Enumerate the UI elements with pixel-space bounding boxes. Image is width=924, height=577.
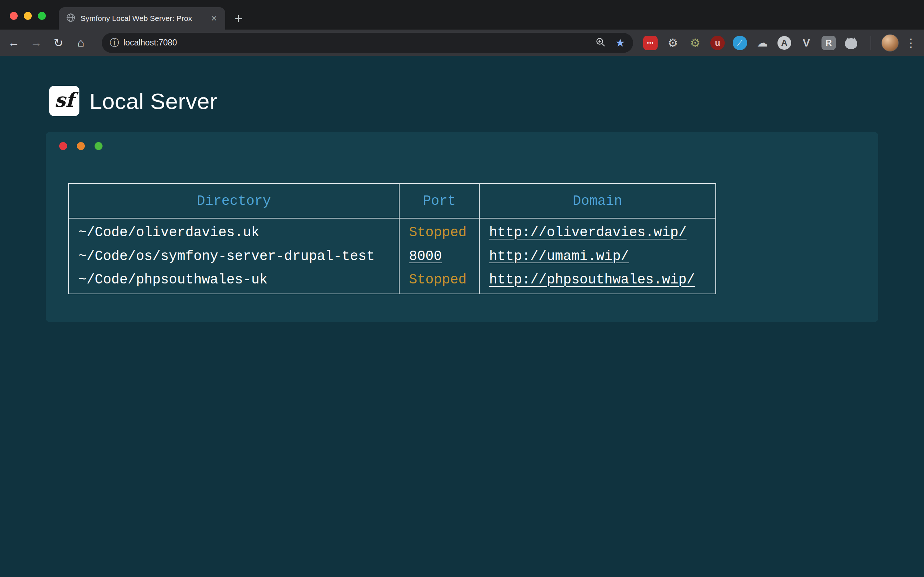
gear-olive-extension-icon[interactable]: ⚙: [688, 36, 703, 50]
window-close-button[interactable]: [10, 12, 18, 20]
domain-link[interactable]: http://oliverdavies.wip/: [489, 225, 687, 240]
ext-glyph: •••: [647, 40, 654, 46]
url-text: localhost:7080: [123, 38, 177, 48]
card-traffic-dots: [59, 142, 102, 150]
home-button[interactable]: ⌂: [72, 34, 89, 52]
red-dots-extension-icon[interactable]: •••: [643, 36, 657, 50]
col-header-directory: Directory: [69, 184, 399, 218]
zoom-magnifier-icon[interactable]: [595, 37, 606, 49]
server-card: Directory Port Domain ~/Code/oliverdavie…: [46, 132, 878, 322]
ext-glyph: A: [781, 38, 787, 48]
forward-button[interactable]: →: [27, 34, 45, 52]
browser-toolbar: ← → ↻ ⌂ ⓘ localhost:7080 ★ ••• ⚙ ⚙ u ⟋: [0, 29, 924, 56]
browser-tab[interactable]: Symfony Local Web Server: Prox ×: [59, 7, 225, 29]
a-circle-extension-icon[interactable]: A: [777, 36, 791, 50]
domain-link[interactable]: http://umami.wip/: [489, 248, 629, 264]
browser-window: Symfony Local Web Server: Prox × + ← → ↻…: [0, 0, 924, 577]
ext-glyph: ⚙: [668, 36, 678, 50]
domain-link[interactable]: http://phpsouthwales.wip/: [489, 272, 695, 287]
port-cell: Stopped: [399, 218, 479, 243]
domain-cell: http://umami.wip/: [479, 243, 716, 269]
window-controls: [10, 12, 46, 20]
table-row: ~/Code/os/symfony-server-drupal-test 800…: [69, 243, 716, 269]
domain-cell: http://phpsouthwales.wip/: [479, 269, 716, 294]
extensions-area: ••• ⚙ ⚙ u ⟋ ☁ A V R: [643, 36, 858, 50]
ublock-extension-icon[interactable]: u: [710, 36, 725, 50]
tab-title: Symfony Local Web Server: Prox: [81, 14, 204, 23]
blue-circle-extension-icon[interactable]: ⟋: [733, 36, 747, 50]
window-minimize-button[interactable]: [24, 12, 32, 20]
port-cell: Stopped: [399, 269, 479, 294]
site-info-icon[interactable]: ⓘ: [110, 36, 119, 49]
octocat-icon: [845, 38, 857, 49]
ext-glyph: ⚙: [690, 36, 701, 50]
window-maximize-button[interactable]: [38, 12, 46, 20]
profile-avatar[interactable]: [881, 34, 899, 52]
card-red-dot: [59, 142, 67, 150]
ext-glyph: ⟋: [737, 38, 743, 48]
directory-cell: ~/Code/oliverdavies.uk: [69, 218, 399, 243]
ext-glyph: u: [715, 38, 720, 48]
table-row: ~/Code/oliverdavies.uk Stopped http://ol…: [69, 218, 716, 243]
address-bar[interactable]: ⓘ localhost:7080 ★: [102, 33, 633, 53]
tab-close-icon[interactable]: ×: [208, 13, 220, 24]
brand-header: sf Local Server: [49, 86, 217, 116]
page-content: sf Local Server Directory Port Domain: [0, 56, 924, 577]
header-row: Directory Port Domain: [69, 184, 716, 218]
browser-menu-icon[interactable]: ⋮: [904, 36, 918, 50]
directory-cell: ~/Code/phpsouthwales-uk: [69, 269, 399, 294]
gear-extension-icon[interactable]: ⚙: [666, 36, 680, 50]
col-header-port: Port: [399, 184, 479, 218]
card-orange-dot: [77, 142, 85, 150]
proxy-table-wrap: Directory Port Domain ~/Code/oliverdavie…: [68, 183, 716, 294]
port-status-stopped: Stopped: [409, 225, 467, 240]
proxy-table: Directory Port Domain ~/Code/oliverdavie…: [68, 183, 716, 294]
table-row: ~/Code/phpsouthwales-uk Stopped http://p…: [69, 269, 716, 294]
toolbar-separator: [871, 36, 871, 50]
r-square-extension-icon[interactable]: R: [822, 36, 836, 50]
symfony-logo: sf: [49, 86, 79, 116]
cloud-extension-icon[interactable]: ☁: [755, 36, 769, 50]
new-tab-button[interactable]: +: [230, 10, 247, 27]
page-title: Local Server: [89, 89, 217, 114]
directory-cell: ~/Code/os/symfony-server-drupal-test: [69, 243, 399, 269]
github-octocat-extension-icon[interactable]: [844, 36, 858, 50]
ext-glyph: ☁: [757, 36, 768, 49]
domain-cell: http://oliverdavies.wip/: [479, 218, 716, 243]
ext-glyph: R: [825, 38, 832, 48]
symfony-logo-text: sf: [55, 89, 74, 111]
ext-glyph: V: [803, 37, 810, 49]
tab-favicon-globe-icon: [66, 13, 76, 24]
v-extension-icon[interactable]: V: [799, 36, 814, 50]
col-header-domain: Domain: [479, 184, 716, 218]
back-button[interactable]: ←: [5, 34, 23, 52]
port-link[interactable]: 8000: [409, 248, 442, 264]
port-cell: 8000: [399, 243, 479, 269]
port-status-stopped: Stopped: [409, 272, 467, 287]
reload-button[interactable]: ↻: [50, 34, 67, 52]
card-green-dot: [95, 142, 102, 150]
tab-strip: Symfony Local Web Server: Prox × +: [0, 0, 924, 29]
bookmark-star-icon[interactable]: ★: [615, 36, 625, 49]
